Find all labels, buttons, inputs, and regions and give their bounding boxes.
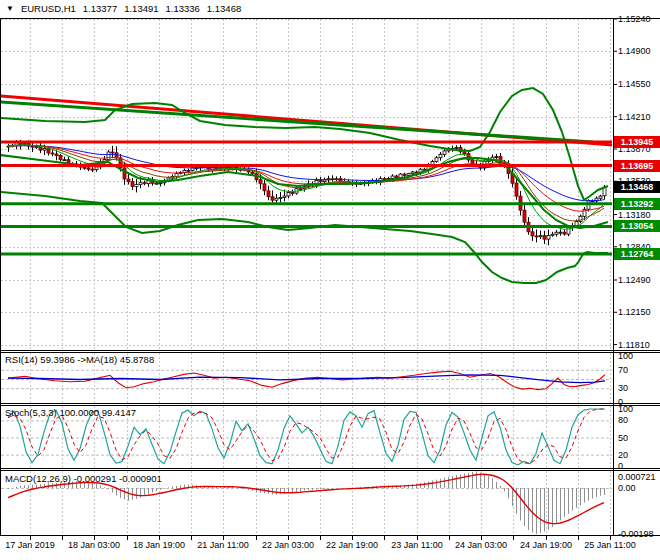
support-level-badge: 1.12764: [614, 248, 660, 260]
rsi-indicator-header: RSI(14) 59.3986 ->MA(18) 45.8788: [5, 354, 154, 365]
ohlc-high-value: 1.13491: [124, 3, 158, 14]
ohlc-low-value: 1.13336: [166, 3, 200, 14]
current-price-badge: 1.13468: [614, 181, 660, 193]
resistance-level-badge: 1.13945: [614, 136, 660, 148]
chart-title-bar: ▼ EURUSD,H1 1.13377 1.13491 1.13336 1.13…: [6, 3, 241, 14]
symbol-dropdown-icon[interactable]: ▼: [6, 4, 14, 13]
ohlc-close-value: 1.13468: [207, 3, 241, 14]
macd-indicator-header: MACD(12,26,9) -0.000291 -0.000901: [5, 473, 162, 484]
resistance-level-badge: 1.13695: [614, 160, 660, 172]
support-level-badge: 1.13292: [614, 198, 660, 210]
stochastic-indicator-header: Stoch(5,3,3) 100.0000 99.4147: [5, 407, 136, 418]
ohlc-open-value: 1.13377: [83, 3, 117, 14]
support-level-badge: 1.13054: [614, 220, 660, 232]
trading-terminal-chart-window: ▼ EURUSD,H1 1.13377 1.13491 1.13336 1.13…: [0, 0, 660, 560]
symbol-timeframe-label: EURUSD,H1: [21, 3, 76, 14]
